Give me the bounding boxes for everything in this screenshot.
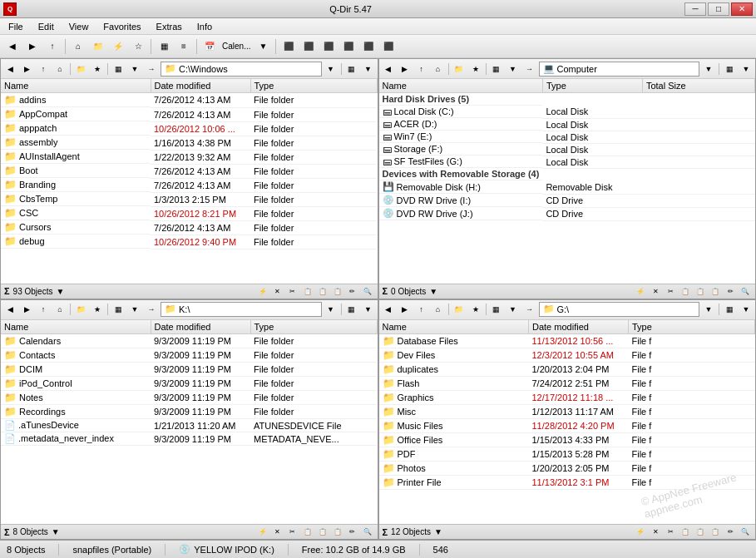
menu-item-favorites[interactable]: Favorites bbox=[96, 20, 147, 33]
table-row[interactable]: 📁addins7/26/2012 4:13 AMFile folder bbox=[1, 93, 377, 108]
toolbar-btn-15[interactable]: ⬛ bbox=[339, 37, 358, 56]
path-combo-top_left[interactable]: 📁C:\Windows bbox=[161, 62, 322, 77]
path-combo-bottom_left[interactable]: 📁K:\ bbox=[161, 302, 322, 317]
ptb-btn-top_left-1[interactable]: ▶ bbox=[19, 62, 34, 77]
path-arrow-top_left[interactable]: → bbox=[144, 62, 159, 77]
table-row[interactable]: 📁Notes9/3/2009 11:19 PMFile folder bbox=[1, 391, 377, 405]
table-row[interactable]: 📁Music Files11/28/2012 4:20 PMFile f bbox=[379, 419, 755, 433]
table-row[interactable]: 📁Database Files11/13/2012 10:56 ...File … bbox=[379, 333, 755, 348]
table-row[interactable]: 📁CSC10/26/2012 8:21 PMFile folder bbox=[1, 206, 377, 220]
table-row[interactable]: 📁assembly1/16/2013 4:38 PMFile folder bbox=[1, 136, 377, 150]
ptb-btn-top_right-5[interactable]: ★ bbox=[468, 62, 483, 77]
table-row[interactable]: 📁Boot7/26/2012 4:13 AMFile folder bbox=[1, 164, 377, 178]
ptb-btn-top_right-1[interactable]: ▶ bbox=[398, 62, 413, 77]
col-header-bottom_right-2[interactable]: Type bbox=[629, 320, 755, 334]
status-action-btn-top_right-2[interactable]: ✂ bbox=[664, 285, 677, 297]
col-header-top_right-0[interactable]: Name bbox=[379, 79, 543, 93]
table-row[interactable]: 📁DCIM9/3/2009 11:19 PMFile folder bbox=[1, 363, 377, 377]
table-row[interactable]: 🖴Storage (F:)Local Disk bbox=[379, 143, 755, 156]
toolbar-btn-13[interactable]: ⬛ bbox=[299, 37, 318, 56]
ptb-btn-bottom_left-2[interactable]: ↑ bbox=[36, 302, 51, 317]
ptb-btn-top_right-4[interactable]: 📁 bbox=[452, 62, 467, 77]
ptb-btn-top_left-2[interactable]: ↑ bbox=[36, 62, 51, 77]
path-dropdown-top_left[interactable]: ▼ bbox=[324, 62, 338, 77]
status-action-btn-bottom_right-6[interactable]: ✏ bbox=[724, 526, 737, 538]
right-view-btn-bottom_right-1[interactable]: ▼ bbox=[739, 302, 754, 317]
path-dropdown-bottom_right[interactable]: ▼ bbox=[701, 302, 716, 317]
table-row[interactable]: 📁Office Files1/15/2013 4:33 PMFile f bbox=[379, 433, 755, 447]
ptb-btn-bottom_right-5[interactable]: ★ bbox=[468, 302, 483, 317]
status-action-btn-bottom_right-0[interactable]: ⚡ bbox=[634, 526, 647, 538]
toolbar-btn-11[interactable]: ▼ bbox=[254, 37, 272, 56]
table-row[interactable]: 📁Calendars9/3/2009 11:19 PMFile folder bbox=[1, 333, 377, 348]
toolbar-btn-10[interactable]: 📅 bbox=[200, 37, 219, 56]
col-header-bottom_left-0[interactable]: Name bbox=[1, 320, 151, 334]
col-header-bottom_left-1[interactable]: Date modified bbox=[151, 320, 250, 334]
ptb-btn-top_left-0[interactable]: ◀ bbox=[2, 62, 17, 77]
status-dropdown-top_left[interactable]: ▼ bbox=[56, 287, 64, 296]
path-arrow-top_right[interactable]: → bbox=[522, 62, 537, 77]
file-list-top_left[interactable]: NameDate modifiedType📁addins7/26/2012 4:… bbox=[1, 79, 378, 284]
table-row[interactable]: 📄.metadata_never_index9/3/2009 11:19 PMM… bbox=[1, 432, 377, 446]
status-action-btn-top_right-1[interactable]: ✕ bbox=[649, 285, 662, 297]
right-view-btn-top_left-0[interactable]: ▦ bbox=[344, 62, 359, 77]
table-row[interactable]: 🖴ACER (D:)Local Disk bbox=[379, 118, 755, 131]
col-header-top_left-1[interactable]: Date modified bbox=[151, 79, 250, 93]
right-view-btn-bottom_left-0[interactable]: ▦ bbox=[344, 302, 359, 317]
close-button[interactable]: ✕ bbox=[731, 2, 753, 16]
table-row[interactable]: 📁apppatch10/26/2012 10:06 ...File folder bbox=[1, 121, 377, 136]
col-header-top_left-2[interactable]: Type bbox=[250, 79, 377, 93]
table-row[interactable]: 📁Flash7/24/2012 2:51 PMFile f bbox=[379, 377, 755, 391]
path-arrow-bottom_left[interactable]: → bbox=[144, 302, 159, 317]
ptb-btn-top_left-3[interactable]: ⌂ bbox=[52, 62, 67, 77]
ptb-btn-bottom_left-4[interactable]: 📁 bbox=[73, 302, 88, 317]
right-view-btn-bottom_right-0[interactable]: ▦ bbox=[722, 302, 737, 317]
status-action-btn-top_right-5[interactable]: 📋 bbox=[709, 285, 722, 297]
status-action-btn-top_left-5[interactable]: 📋 bbox=[331, 285, 344, 297]
toolbar-btn-17[interactable]: ⬛ bbox=[379, 37, 398, 56]
ptb-btn-bottom_right-1[interactable]: ▶ bbox=[398, 302, 413, 317]
ptb-btn-bottom_right-0[interactable]: ◀ bbox=[381, 302, 396, 317]
table-row[interactable]: 📁iPod_Control9/3/2009 11:19 PMFile folde… bbox=[1, 377, 377, 391]
table-row[interactable]: 📁AUInstallAgent1/22/2013 9:32 AMFile fol… bbox=[1, 150, 377, 164]
right-view-btn-bottom_left-1[interactable]: ▼ bbox=[361, 302, 376, 317]
status-action-btn-top_left-7[interactable]: 🔍 bbox=[361, 285, 374, 297]
toolbar-btn-7[interactable]: ☆ bbox=[129, 37, 147, 56]
maximize-button[interactable]: □ bbox=[708, 2, 729, 16]
ptb-btn-bottom_right-4[interactable]: 📁 bbox=[452, 302, 467, 317]
status-action-btn-bottom_left-4[interactable]: 📋 bbox=[316, 526, 329, 538]
status-action-btn-bottom_left-7[interactable]: 🔍 bbox=[361, 526, 374, 538]
table-row[interactable]: 📁Cursors7/26/2012 4:13 AMFile folder bbox=[1, 220, 377, 235]
status-action-btn-bottom_left-3[interactable]: 📋 bbox=[301, 526, 314, 538]
ptb-btn-top_right-3[interactable]: ⌂ bbox=[431, 62, 446, 77]
status-action-btn-bottom_left-0[interactable]: ⚡ bbox=[256, 526, 269, 538]
status-dropdown-bottom_right[interactable]: ▼ bbox=[434, 527, 442, 536]
table-row[interactable]: 🖴SF TestFiles (G:)Local Disk bbox=[379, 156, 755, 168]
table-row[interactable]: 📁duplicates1/20/2013 2:04 PMFile f bbox=[379, 363, 755, 377]
col-header-top_left-0[interactable]: Name bbox=[1, 79, 151, 93]
view-dropdown-bottom_left[interactable]: ▼ bbox=[127, 302, 142, 317]
status-action-btn-top_left-3[interactable]: 📋 bbox=[301, 285, 314, 297]
right-view-btn-top_right-1[interactable]: ▼ bbox=[739, 62, 754, 77]
menu-item-edit[interactable]: Edit bbox=[32, 20, 61, 33]
status-action-btn-top_left-2[interactable]: ✂ bbox=[286, 285, 299, 297]
toolbar-btn-4[interactable]: ⌂ bbox=[69, 37, 87, 56]
col-header-bottom_right-0[interactable]: Name bbox=[379, 320, 529, 334]
right-view-btn-top_left-1[interactable]: ▼ bbox=[361, 62, 376, 77]
view-btn-top_left[interactable]: ▦ bbox=[111, 62, 126, 77]
menu-item-file[interactable]: File bbox=[2, 20, 30, 33]
table-row[interactable]: 📁Dev Files12/3/2012 10:55 AMFile f bbox=[379, 348, 755, 363]
table-row[interactable]: 📁Branding7/26/2012 4:13 AMFile folder bbox=[1, 178, 377, 192]
table-row[interactable]: 💿DVD RW Drive (J:)CD Drive bbox=[379, 207, 755, 220]
status-action-btn-top_right-6[interactable]: ✏ bbox=[724, 285, 737, 297]
view-btn-bottom_right[interactable]: ▦ bbox=[489, 302, 504, 317]
status-action-btn-bottom_left-1[interactable]: ✕ bbox=[271, 526, 284, 538]
status-action-btn-top_right-7[interactable]: 🔍 bbox=[739, 285, 752, 297]
status-action-btn-top_left-0[interactable]: ⚡ bbox=[256, 285, 269, 297]
status-action-btn-top_right-3[interactable]: 📋 bbox=[679, 285, 692, 297]
table-row[interactable]: 🖴Local Disk (C:)Local Disk bbox=[379, 106, 755, 118]
view-btn-top_right[interactable]: ▦ bbox=[489, 62, 504, 77]
status-action-btn-top_left-1[interactable]: ✕ bbox=[271, 285, 284, 297]
status-action-btn-bottom_left-2[interactable]: ✂ bbox=[286, 526, 299, 538]
col-header-bottom_right-1[interactable]: Date modified bbox=[529, 320, 629, 334]
